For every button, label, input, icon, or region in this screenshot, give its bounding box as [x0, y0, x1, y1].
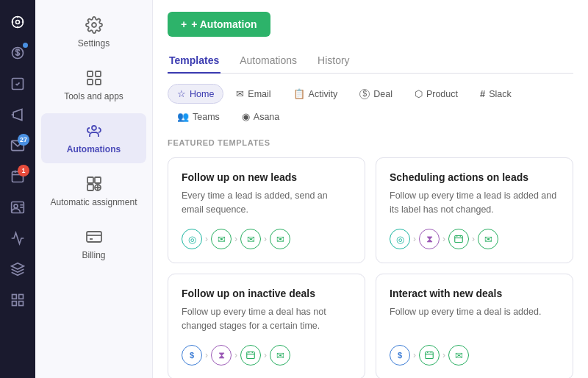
template-card-inactive-deals[interactable]: Follow up on inactive deals Follow up ev…	[168, 274, 365, 378]
main-content: + + Automation Templates Automations His…	[153, 0, 588, 378]
billing-label: Billing	[82, 250, 105, 260]
flow-mail-icon: ✉	[270, 345, 290, 365]
tab-sub-asana[interactable]: ◉ Asana	[232, 107, 289, 126]
asana-icon: ◉	[242, 111, 250, 122]
card-desc-interact-new-deals: Follow up every time a deal is added.	[390, 305, 559, 335]
icon-nav: 27 1	[0, 0, 35, 378]
template-card-scheduling-actions[interactable]: Scheduling actions on leads Follow up ev…	[376, 157, 573, 263]
flow-calendar-icon	[448, 229, 469, 249]
email-tab-label: Email	[248, 89, 270, 99]
tab-sub-product[interactable]: ⬡ Product	[405, 84, 467, 104]
featured-templates-heading: FEATURED TEMPLATES	[168, 138, 573, 147]
calendar-badge: 1	[18, 165, 29, 176]
flow-action-icon-1: ✉	[211, 229, 232, 249]
tasks-icon[interactable]	[4, 71, 31, 97]
tab-sub-email[interactable]: ✉ Email	[226, 84, 280, 104]
template-card-follow-up-new-leads[interactable]: Follow up on new leads Every time a lead…	[168, 157, 365, 263]
new-automation-button[interactable]: + + Automation	[168, 12, 270, 37]
asana-tab-label: Asana	[254, 112, 279, 122]
flow-deal-trigger-icon: $	[182, 345, 202, 365]
sidebar-item-tools-and-apps[interactable]: Tools and apps	[41, 60, 146, 110]
flow-arrow: ›	[234, 234, 237, 244]
analytics-icon[interactable]	[4, 225, 31, 252]
card-flow-follow-up-new-leads: ◎ › ✉ › ✉ › ✉	[182, 229, 351, 249]
svg-point-1	[16, 21, 20, 24]
flow-trigger-icon: ◎	[182, 229, 202, 249]
megaphone-icon[interactable]	[4, 101, 31, 128]
automation-button-label: + Automation	[191, 18, 257, 30]
mail-icon[interactable]: 27	[4, 132, 31, 159]
sidebar-item-automations[interactable]: Automations	[41, 113, 146, 163]
cube-icon[interactable]	[4, 256, 31, 282]
activity-icon: 📋	[293, 88, 305, 99]
svg-rect-22	[19, 302, 24, 306]
tab-automations[interactable]: Automations	[238, 49, 298, 74]
notification-dot	[23, 43, 28, 48]
tab-sub-teams[interactable]: 👥 Teams	[168, 107, 229, 126]
product-tab-label: Product	[426, 89, 458, 99]
card-desc-scheduling-actions: Follow up every time a lead is added and…	[390, 189, 559, 218]
mail-badge: 27	[18, 134, 29, 146]
activity-tab-label: Activity	[309, 89, 338, 99]
flow-calendar-icon	[419, 345, 440, 365]
svg-rect-38	[455, 236, 463, 243]
automations-label: Automations	[67, 144, 121, 154]
tab-sub-home[interactable]: ☆ Home	[168, 84, 223, 104]
dollar-icon[interactable]	[4, 40, 31, 66]
sidebar-item-automatic-assignment[interactable]: Automatic assignment	[41, 166, 146, 216]
card-flow-interact-new-deals: $ › › ✉	[390, 345, 559, 365]
product-icon: ⬡	[415, 88, 423, 99]
automatic-assignment-label: Automatic assignment	[50, 197, 137, 207]
tab-sub-deal[interactable]: $ Deal	[350, 84, 402, 104]
template-card-interact-new-deals[interactable]: Interact with new deals Follow up every …	[376, 274, 573, 378]
tab-templates[interactable]: Templates	[168, 49, 220, 74]
flow-mail-icon: ✉	[478, 229, 498, 249]
sidebar: Settings Tools and apps Automations Auto…	[35, 0, 153, 378]
flow-arrow: ›	[442, 350, 445, 360]
flow-deal-trigger-icon: $	[390, 345, 410, 365]
tab-sub-activity[interactable]: 📋 Activity	[284, 84, 348, 104]
svg-rect-30	[95, 177, 101, 183]
svg-point-0	[12, 17, 24, 28]
slack-tab-label: Slack	[489, 89, 512, 99]
flow-arrow: ›	[264, 350, 267, 360]
svg-rect-27	[96, 79, 101, 85]
compass-icon[interactable]	[4, 9, 31, 35]
flow-delay-icon: ⧗	[419, 229, 440, 249]
flow-arrow: ›	[472, 234, 475, 244]
tab-sub-slack[interactable]: # Slack	[470, 84, 521, 104]
card-title-interact-new-deals: Interact with new deals	[390, 288, 559, 299]
main-tabs: Templates Automations History	[168, 49, 573, 74]
calendar-icon[interactable]: 1	[4, 163, 31, 190]
svg-rect-42	[247, 352, 255, 359]
svg-rect-21	[12, 302, 17, 306]
svg-rect-31	[87, 185, 93, 190]
home-tab-label: Home	[190, 89, 214, 99]
deal-tab-label: Deal	[373, 89, 392, 99]
top-bar: + + Automation	[168, 12, 573, 37]
svg-point-16	[14, 204, 18, 208]
email-icon: ✉	[236, 88, 244, 99]
svg-rect-29	[87, 177, 93, 183]
flow-mail-icon: ✉	[448, 345, 469, 365]
flow-arrow: ›	[234, 350, 237, 360]
sidebar-item-settings[interactable]: Settings	[41, 7, 146, 57]
flow-calendar-icon	[240, 345, 261, 365]
slack-icon: #	[480, 88, 485, 99]
flow-arrow: ›	[413, 234, 416, 244]
sidebar-item-billing[interactable]: Billing	[41, 219, 146, 269]
svg-rect-20	[19, 295, 24, 299]
plus-icon: +	[181, 18, 187, 30]
deal-icon: $	[359, 89, 370, 99]
template-cards-grid: Follow up on new leads Every time a lead…	[168, 157, 573, 378]
svg-point-28	[92, 126, 96, 130]
tab-history[interactable]: History	[316, 49, 351, 74]
flow-action-icon-2: ✉	[240, 229, 261, 249]
svg-rect-25	[96, 71, 101, 76]
contacts-icon[interactable]	[4, 194, 31, 221]
flow-delay-icon: ⧗	[211, 345, 232, 365]
flow-arrow: ›	[205, 350, 208, 360]
flow-arrow: ›	[413, 350, 416, 360]
grid-icon[interactable]	[4, 287, 31, 313]
svg-rect-26	[87, 79, 93, 85]
